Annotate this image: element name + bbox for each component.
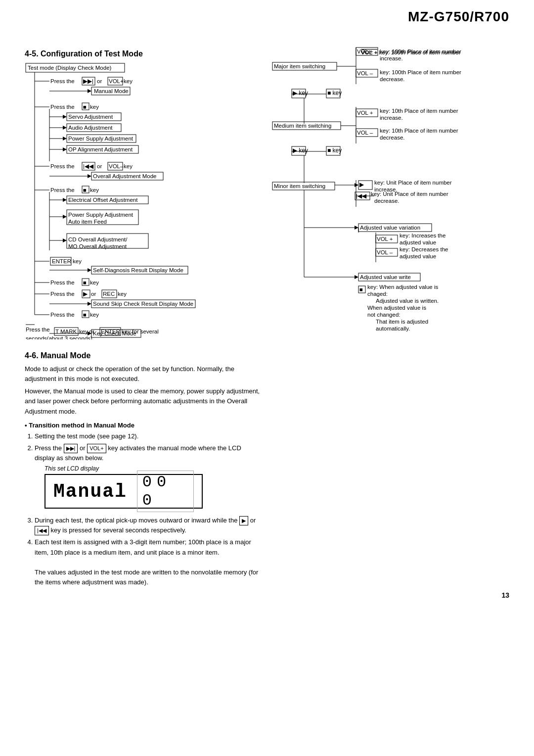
svg-text:CD Overall Adjustment/: CD Overall Adjustment/	[68, 236, 128, 242]
svg-text:Press the: Press the	[50, 187, 75, 193]
svg-text:VOL –: VOL –	[357, 70, 373, 76]
steps-list-2: During each test, the optical pick-up mo…	[25, 516, 262, 587]
svg-text:▶: ▶	[83, 291, 88, 297]
svg-text:VOL+: VOL+	[109, 78, 124, 84]
svg-text:VOL –: VOL –	[357, 130, 373, 136]
svg-text:Sound Skip Check Result Displa: Sound Skip Check Result Display Mode	[93, 301, 193, 307]
svg-text:key: key	[118, 291, 127, 297]
svg-text:■: ■	[83, 312, 87, 318]
svg-text:▶ key: ▶ key	[293, 90, 308, 96]
left-column: 4-5. Configuration of Test Mode Test mod…	[25, 45, 267, 589]
svg-text:key: 10th Place of item number: key: 10th Place of item number	[380, 108, 458, 114]
svg-text:key: key	[90, 104, 99, 110]
model-title: MZ-G750/R700	[408, 9, 509, 25]
svg-text:REC: REC	[103, 291, 115, 297]
svg-text:or: or	[91, 291, 96, 297]
svg-marker-63	[63, 238, 67, 242]
svg-text:increase.: increase.	[380, 55, 403, 61]
svg-text:chaged:: chaged:	[367, 291, 388, 297]
svg-text:ENTER: ENTER	[52, 258, 71, 264]
steps-list: Setting the test mode (see page 12). Pre…	[25, 431, 262, 463]
page-number: 13	[501, 591, 509, 599]
svg-text:Major item switching: Major item switching	[274, 63, 325, 69]
svg-text:Minor item switching: Minor item switching	[274, 183, 325, 189]
svg-text:VOL +: VOL +	[357, 110, 373, 116]
manual-para-1: Mode to adjust or check the operation of…	[25, 364, 262, 384]
svg-text:Servo Adjustment: Servo Adjustment	[68, 114, 113, 120]
prev-key-2: |◀◀	[35, 526, 49, 535]
lcd-digits: 00 0	[137, 471, 194, 512]
svg-text:VOL +: VOL +	[377, 236, 393, 242]
svg-text:■ key: ■ key	[327, 90, 342, 96]
svg-marker-24	[63, 126, 67, 130]
svg-text:key: key	[124, 163, 133, 169]
test-mode-diagram: Test mode (Display Check Mode) Press the…	[25, 62, 252, 339]
svg-text:Adjusted value variation: Adjusted value variation	[360, 225, 420, 231]
svg-text:key: key	[90, 280, 99, 285]
svg-marker-89	[88, 302, 91, 306]
svg-text:■: ■	[359, 286, 363, 292]
svg-text:That item is adjusted: That item is adjusted	[376, 319, 428, 325]
svg-text:VOL +: VOL +	[357, 48, 373, 54]
svg-text:Press the: Press the	[50, 280, 75, 285]
svg-text:key: Decreases the: key: Decreases the	[400, 246, 448, 252]
svg-text:Press the: Press the	[26, 327, 50, 332]
svg-text:not changed:: not changed:	[367, 312, 400, 318]
right-column: VOL + key: 100th Place of item number VO…	[267, 45, 519, 589]
step-2: Press the ▶▶| or VOL+ key activates the …	[35, 443, 262, 463]
svg-text:or: or	[97, 78, 102, 84]
step-4: Each test item is assigned with a 3-digi…	[35, 537, 262, 587]
svg-text:■: ■	[83, 104, 87, 110]
test-mode-label: Test mode (Display Check Mode)	[28, 65, 112, 71]
manual-mode-section: 4-6. Manual Mode Mode to adjust or check…	[25, 351, 262, 587]
section-45-heading: 4-5. Configuration of Test Mode	[25, 49, 262, 58]
svg-text:key: Unit Place of item number: key: Unit Place of item number	[371, 191, 448, 197]
svg-text:VOL –: VOL –	[377, 249, 393, 255]
press-fwd-vol-label: Press the	[50, 78, 75, 84]
svg-text:key: key	[90, 312, 99, 318]
svg-text:Power Supply Adjustment: Power Supply Adjustment	[68, 136, 134, 142]
svg-text:|◀◀: |◀◀	[356, 193, 367, 199]
svg-text:key: key	[73, 258, 82, 264]
svg-marker-58	[63, 215, 67, 219]
svg-text:Press the: Press the	[50, 104, 75, 110]
svg-text:Self-Diagnosis Result Display : Self-Diagnosis Result Display Mode	[93, 267, 183, 273]
svg-marker-20	[63, 115, 67, 119]
step-3: During each test, the optical pick-up mo…	[35, 516, 262, 535]
lcd-text: Manual	[53, 481, 127, 502]
svg-text:■ key: ■ key	[327, 147, 342, 154]
svg-text:Press the: Press the	[50, 163, 75, 169]
svg-marker-10	[88, 89, 91, 93]
manual-para-2: However, the Manual mode is used to clea…	[25, 386, 262, 416]
svg-text:Power Supply Adjustment: Power Supply Adjustment	[68, 212, 134, 218]
svg-text:|◀◀: |◀◀	[83, 163, 94, 169]
svg-text:Press the: Press the	[50, 312, 75, 318]
svg-text:adjusted value: adjusted value	[400, 253, 436, 259]
svg-text:Adjusted value is written.: Adjusted value is written.	[376, 298, 439, 304]
page-wrapper: MZ-G750/R700 4-5. Configuration of Test …	[0, 0, 534, 609]
svg-marker-54	[63, 198, 67, 202]
svg-text:decrease.: decrease.	[374, 198, 400, 204]
svg-text:key: 10th Place of item number: key: 10th Place of item number	[380, 128, 458, 134]
svg-marker-28	[63, 137, 67, 141]
svg-text:Overall Adjustment Mode: Overall Adjustment Mode	[93, 173, 156, 179]
svg-marker-182	[355, 275, 358, 279]
svg-text:▶ key: ▶ key	[293, 147, 308, 154]
svg-text:key: 100th Place of item numbe: key: 100th Place of item number	[380, 48, 461, 54]
svg-text:key: 100th Place of item numbe: key: 100th Place of item number	[380, 69, 461, 75]
svg-text:▶▶|: ▶▶|	[83, 78, 93, 84]
svg-text:▶: ▶	[359, 182, 364, 188]
svg-marker-32	[63, 147, 67, 151]
svg-marker-154	[355, 183, 358, 187]
svg-text:decrease.: decrease.	[380, 135, 405, 141]
svg-text:VOL–: VOL–	[109, 163, 124, 169]
svg-text:OP Alignment Adjustment: OP Alignment Adjustment	[68, 146, 133, 152]
section-46-heading: 4-6. Manual Mode	[25, 351, 262, 360]
volplus-key-btn: VOL+	[87, 444, 106, 453]
svg-text:Audio Adjustment: Audio Adjustment	[68, 125, 113, 131]
svg-marker-44	[88, 174, 91, 178]
svg-text:key: key	[90, 187, 99, 193]
svg-text:key: When adjusted value is: key: When adjusted value is	[367, 284, 438, 290]
svg-text:Key Check Mode: Key Check Mode	[93, 331, 136, 336]
svg-text:When adjusted value is: When adjusted value is	[367, 305, 426, 311]
